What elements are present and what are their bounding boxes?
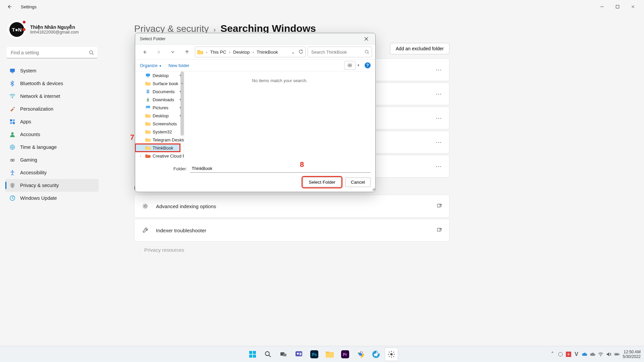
tree-item[interactable]: ThinkBook	[135, 144, 180, 152]
nav-label: Personalization	[20, 106, 53, 112]
back-button[interactable]	[3, 1, 15, 13]
help-icon[interactable]: ?	[365, 62, 371, 68]
related-item-troubleshoot[interactable]: Indexer troubleshooter	[134, 219, 449, 242]
profile[interactable]: T●N Thiện Nhân Nguyễn linh41822000@gmail…	[5, 17, 99, 45]
nav-item-system[interactable]: System	[5, 64, 99, 77]
related-label: Privacy resources	[144, 247, 184, 253]
open-icon[interactable]	[437, 228, 442, 233]
tree-item[interactable]: Downloads✦	[135, 96, 184, 104]
svg-rect-24	[146, 74, 150, 76]
app-explorer[interactable]	[323, 348, 336, 361]
more-icon[interactable]: ⋯	[436, 138, 442, 146]
wifi-icon[interactable]	[598, 352, 603, 357]
dialog-close-button[interactable]	[361, 34, 372, 44]
taskbar-search[interactable]	[261, 348, 275, 361]
maximize-button[interactable]	[610, 1, 625, 12]
tree-item[interactable]: System32	[135, 128, 184, 136]
app-photoshop[interactable]: Ps	[308, 348, 321, 361]
related-label: Indexer troubleshooter	[156, 228, 206, 233]
chevron-down-icon[interactable]: ⌄	[291, 49, 295, 55]
nav-label: Gaming	[20, 157, 37, 163]
tree-item[interactable]: Desktop✦	[135, 71, 184, 79]
tree-item[interactable]: Pictures✦	[135, 104, 184, 112]
tree-item[interactable]: Documents✦	[135, 87, 184, 96]
app-teams[interactable]	[292, 348, 306, 361]
view-button[interactable]	[344, 61, 356, 70]
path-segment[interactable]: This PC	[210, 50, 226, 55]
nav-item-privacy-security[interactable]: Privacy & security	[5, 179, 99, 192]
tree-item[interactable]: Telegram Deskto	[135, 136, 184, 144]
more-icon[interactable]: ⋯	[436, 114, 442, 122]
titlebar: Settings	[0, 0, 644, 13]
select-folder-button[interactable]: Select Folder	[303, 177, 341, 187]
brush-icon	[9, 106, 15, 112]
nav-item-network-internet[interactable]: Network & internet	[5, 90, 99, 103]
folder-tree[interactable]: Desktop✦Surface book✦Documents✦Downloads…	[135, 71, 184, 161]
path-segment[interactable]: Desktop	[233, 50, 250, 55]
search-input[interactable]	[7, 47, 97, 58]
tree-item[interactable]: Screenshots	[135, 120, 184, 128]
tree-label: Downloads	[153, 97, 174, 102]
related-item-privacy[interactable]: Privacy resources	[134, 243, 449, 256]
breadcrumb: Privacy & security › Searching Windows	[134, 23, 636, 34]
nav-item-bluetooth-devices[interactable]: Bluetooth & devices	[5, 77, 99, 90]
more-icon[interactable]: ⋯	[436, 66, 442, 73]
address-bar[interactable]: › This PC › Desktop › ThinkBook ⌄	[195, 47, 306, 57]
close-button[interactable]	[625, 1, 641, 12]
battery-icon[interactable]	[614, 352, 620, 357]
tree-item[interactable]: Desktop✦	[135, 112, 184, 120]
nav-back-button[interactable]	[139, 47, 151, 57]
resize-handle[interactable]: ◢	[372, 187, 375, 191]
tray-chevron-icon[interactable]: ˄	[550, 352, 555, 357]
globe-icon	[9, 144, 15, 150]
more-icon[interactable]: ⋯	[436, 163, 442, 170]
pin-icon: ✦	[179, 114, 182, 118]
folder-label: Folder:	[173, 166, 187, 171]
nav-forward-button[interactable]	[153, 47, 165, 57]
nav-item-windows-update[interactable]: Windows Update	[5, 192, 99, 204]
app-premiere[interactable]: Pr	[338, 348, 352, 361]
svg-rect-36	[253, 355, 256, 358]
related-label: Advanced indexing options	[156, 203, 216, 209]
nav-item-time-language[interactable]: Time & language	[5, 141, 99, 154]
add-excluded-folder-button[interactable]: Add an excluded folder	[390, 43, 449, 54]
onedrive-icon[interactable]	[590, 352, 595, 357]
tray-app-icon[interactable]	[558, 352, 563, 357]
dialog-search-input[interactable]	[308, 47, 372, 57]
nav-item-gaming[interactable]: Gaming	[5, 154, 99, 166]
more-icon[interactable]: ⋯	[436, 90, 442, 98]
organize-menu[interactable]: Organize ▼	[140, 63, 162, 68]
chevron-down-icon[interactable]: ▼	[357, 64, 360, 67]
recent-locations-button[interactable]	[167, 47, 179, 57]
volume-icon[interactable]	[606, 352, 611, 357]
clock[interactable]: 12:50 AM 5/30/2022	[623, 350, 641, 359]
app-settings[interactable]	[385, 348, 398, 361]
nav-item-accessibility[interactable]: Accessibility	[5, 166, 99, 179]
related-item-advanced[interactable]: Advanced indexing options	[134, 195, 449, 218]
new-folder-button[interactable]: New folder	[168, 63, 189, 68]
folder-name-input[interactable]	[190, 165, 371, 173]
tray-app-icon[interactable]	[566, 352, 571, 357]
nav-item-accounts[interactable]: Accounts	[5, 128, 99, 141]
tray-app-icon[interactable]: V	[574, 352, 579, 357]
nav: SystemBluetooth & devicesNetwork & inter…	[5, 64, 99, 204]
onedrive-icon[interactable]	[582, 352, 587, 357]
cancel-button[interactable]: Cancel	[345, 177, 371, 187]
nav-item-apps[interactable]: Apps	[5, 115, 99, 128]
svg-rect-28	[147, 91, 149, 92]
nav-up-button[interactable]	[181, 47, 193, 57]
start-button[interactable]	[246, 348, 259, 361]
svg-point-13	[14, 160, 14, 161]
path-segment[interactable]: ThinkBook	[257, 50, 278, 55]
tree-item[interactable]: ›Creative Cloud Fil	[135, 152, 184, 160]
app-telegram[interactable]: 1	[369, 348, 383, 361]
taskview-button[interactable]	[277, 348, 290, 361]
refresh-icon[interactable]	[299, 49, 303, 54]
open-icon[interactable]	[437, 204, 442, 208]
minimize-button[interactable]	[594, 1, 610, 12]
nav-item-personalization[interactable]: Personalization	[5, 103, 99, 115]
tree-item[interactable]: Surface book✦	[135, 79, 184, 87]
app-chrome[interactable]: 1	[354, 348, 367, 361]
arrow-up-icon	[184, 50, 190, 55]
pin-icon: ✦	[179, 98, 182, 102]
